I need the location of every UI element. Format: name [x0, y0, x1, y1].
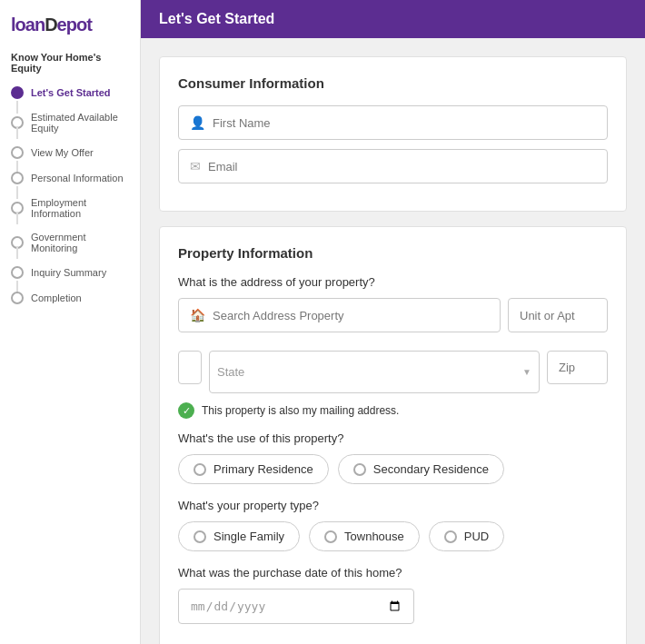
nav-label-7: Completion [31, 292, 82, 303]
nav-list: Let's Get StartedEstimated Available Equ… [11, 86, 129, 317]
property-info-title: Property Information [178, 245, 608, 261]
sidebar-item-2[interactable]: View My Offer [11, 146, 129, 159]
nav-circle-4 [11, 202, 24, 214]
mailing-address-label: This property is also my mailing address… [202, 404, 399, 417]
address-input[interactable] [213, 309, 489, 322]
unit-field[interactable] [508, 298, 608, 332]
sidebar-title: Know Your Home's Equity [11, 52, 129, 74]
sidebar-item-6[interactable]: Inquiry Summary [11, 266, 129, 279]
secondary-residence-option[interactable]: Secondary Residence [338, 454, 504, 484]
chevron-down-icon: ▼ [522, 367, 531, 377]
person-icon: 👤 [190, 115, 205, 130]
purchase-date-input[interactable] [190, 599, 402, 614]
radio-circle [324, 530, 337, 543]
townhouse-option[interactable]: Townhouse [309, 521, 420, 551]
consumer-info-title: Consumer Information [178, 75, 608, 91]
header-title: Let's Get Started [159, 11, 274, 26]
mailing-address-row: ✓ This property is also my mailing addre… [178, 402, 608, 419]
address-row: 🏠 [178, 298, 608, 342]
secondary-residence-label: Secondary Residence [373, 462, 489, 476]
zip-field[interactable] [547, 351, 608, 384]
nav-label-1: Estimated Available Equity [31, 112, 129, 134]
sidebar-item-3[interactable]: Personal Information [11, 172, 129, 184]
single-family-option[interactable]: Single Family [178, 521, 300, 551]
nav-label-5: Government Monitoring [31, 232, 129, 253]
radio-circle [353, 463, 366, 476]
first-name-field[interactable]: 👤 [178, 105, 608, 140]
logo: loanDepot [11, 15, 129, 35]
nav-circle-7 [11, 292, 24, 304]
top-header: Let's Get Started [141, 0, 645, 38]
pud-option[interactable]: PUD [429, 521, 504, 551]
sidebar-item-7[interactable]: Completion [11, 292, 129, 304]
nav-circle-5 [11, 236, 24, 249]
logo-depot: D [45, 15, 56, 35]
logo-loan: loan [11, 15, 45, 35]
nav-label-6: Inquiry Summary [31, 267, 106, 278]
consumer-info-section: Consumer Information 👤 ✉ [159, 56, 627, 212]
sidebar: loanDepot Know Your Home's Equity Let's … [0, 0, 141, 644]
nav-circle-6 [11, 266, 24, 279]
nav-label-2: View My Offer [31, 147, 94, 158]
main-area: Let's Get Started Consumer Information 👤… [141, 0, 645, 644]
logo-epot: epot [57, 15, 92, 35]
sidebar-item-5[interactable]: Government Monitoring [11, 232, 129, 253]
nav-label-3: Personal Information [31, 173, 124, 183]
address-question: What is the address of your property? [178, 275, 608, 289]
primary-residence-label: Primary Residence [213, 462, 313, 476]
townhouse-label: Townhouse [344, 530, 404, 543]
purchase-date-field[interactable] [178, 589, 414, 624]
email-field[interactable]: ✉ [178, 149, 608, 183]
first-name-input[interactable] [213, 116, 596, 130]
radio-circle [194, 530, 206, 543]
nav-circle-1 [11, 116, 24, 129]
sidebar-item-1[interactable]: Estimated Available Equity [11, 112, 129, 134]
address-search-field[interactable]: 🏠 [178, 298, 501, 332]
use-question: What's the use of this property? [178, 431, 608, 445]
radio-circle [444, 530, 457, 543]
content-area: Consumer Information 👤 ✉ Property Inform… [141, 38, 645, 644]
home-icon: 🏠 [190, 308, 205, 322]
sidebar-item-4[interactable]: Employment Information [11, 197, 129, 219]
type-question: What's your property type? [178, 499, 608, 512]
sidebar-item-0[interactable]: Let's Get Started [11, 86, 129, 99]
pud-label: PUD [464, 530, 489, 543]
unit-input[interactable] [520, 309, 596, 322]
type-radio-group: Single Family Townhouse PUD [178, 521, 608, 551]
nav-circle-0 [11, 86, 24, 99]
check-icon: ✓ [178, 402, 194, 419]
single-family-label: Single Family [213, 530, 284, 543]
use-radio-group: Primary Residence Secondary Residence [178, 454, 608, 484]
city-field[interactable] [178, 351, 202, 384]
state-field[interactable]: State ▼ [209, 351, 540, 393]
nav-circle-2 [11, 146, 24, 159]
nav-circle-3 [11, 172, 24, 184]
zip-input[interactable] [559, 361, 596, 374]
property-info-section: Property Information What is the address… [159, 226, 627, 644]
city-state-zip-row: State ▼ [178, 351, 608, 393]
purchase-date-question: What was the purchase date of this home? [178, 566, 608, 580]
nav-label-4: Employment Information [31, 197, 129, 219]
nav-label-0: Let's Get Started [31, 87, 111, 98]
primary-residence-option[interactable]: Primary Residence [178, 454, 329, 484]
email-input[interactable] [208, 160, 596, 173]
radio-circle [194, 463, 206, 476]
email-icon: ✉ [190, 159, 201, 173]
state-label: State [217, 365, 244, 379]
